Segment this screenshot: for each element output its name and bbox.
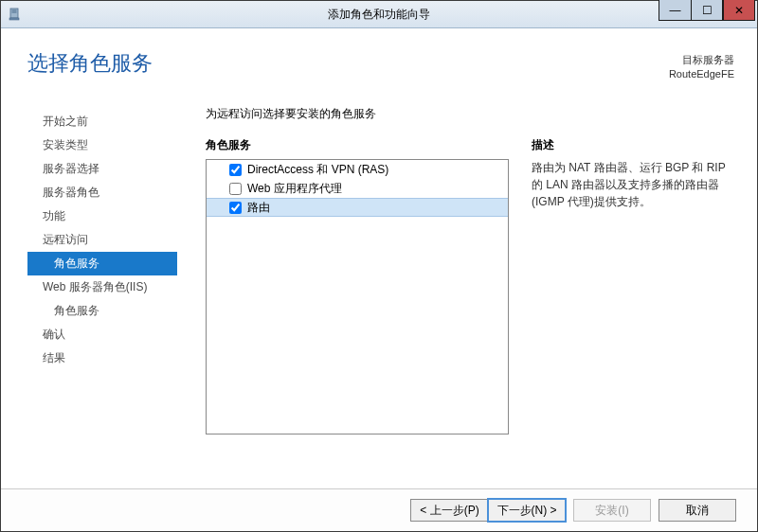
svg-rect-2: [12, 12, 17, 13]
nav-step[interactable]: Web 服务器角色(IIS): [27, 275, 177, 299]
nav-step[interactable]: 安装类型: [27, 133, 177, 157]
window-controls: — ☐ ✕: [659, 1, 757, 27]
previous-button[interactable]: < 上一步(P): [410, 499, 488, 522]
minimize-icon: —: [670, 5, 681, 16]
page-title: 选择角色服务: [27, 49, 153, 78]
nav-step[interactable]: 开始之前: [27, 110, 177, 133]
prev-next-group: < 上一步(P) 下一步(N) >: [410, 499, 566, 522]
role-service-checkbox[interactable]: [229, 164, 242, 176]
wizard-footer: < 上一步(P) 下一步(N) > 安装(I) 取消: [1, 488, 757, 531]
role-service-item[interactable]: DirectAccess 和 VPN (RAS): [207, 160, 508, 179]
role-service-label: DirectAccess 和 VPN (RAS): [247, 162, 388, 178]
target-server-name: RouteEdgeFE: [669, 67, 734, 81]
install-button: 安装(I): [573, 499, 651, 522]
role-services-column: 角色服务 DirectAccess 和 VPN (RAS)Web 应用程序代理路…: [206, 137, 509, 434]
nav-step[interactable]: 角色服务: [27, 299, 177, 323]
wizard-body: 选择角色服务 目标服务器 RouteEdgeFE 开始之前安装类型服务器选择服务…: [1, 28, 757, 488]
svg-rect-1: [12, 10, 17, 11]
description-column: 描述 路由为 NAT 路由器、运行 BGP 和 RIP 的 LAN 路由器以及支…: [532, 137, 734, 434]
nav-step[interactable]: 远程访问: [27, 228, 177, 252]
role-services-list[interactable]: DirectAccess 和 VPN (RAS)Web 应用程序代理路由: [206, 159, 509, 434]
role-services-header: 角色服务: [206, 137, 509, 153]
cancel-button[interactable]: 取消: [659, 499, 736, 522]
nav-step[interactable]: 服务器选择: [27, 157, 177, 181]
maximize-button[interactable]: ☐: [691, 0, 723, 21]
role-service-label: Web 应用程序代理: [247, 181, 342, 197]
description-text: 路由为 NAT 路由器、运行 BGP 和 RIP 的 LAN 路由器以及支持多播…: [532, 159, 734, 210]
close-icon: ✕: [734, 5, 744, 16]
wizard-step-nav: 开始之前安装类型服务器选择服务器角色功能远程访问角色服务Web 服务器角色(II…: [27, 110, 177, 370]
server-manager-icon: [7, 7, 22, 22]
nav-step[interactable]: 结果: [27, 346, 177, 370]
nav-step[interactable]: 角色服务: [27, 252, 177, 275]
target-server-info: 目标服务器 RouteEdgeFE: [669, 53, 734, 82]
description-header: 描述: [532, 137, 734, 153]
role-service-checkbox[interactable]: [229, 183, 242, 195]
main-content: 为远程访问选择要安装的角色服务 角色服务 DirectAccess 和 VPN …: [206, 106, 734, 435]
nav-step[interactable]: 功能: [27, 204, 177, 228]
role-service-item[interactable]: Web 应用程序代理: [207, 179, 508, 198]
role-service-item[interactable]: 路由: [207, 198, 508, 217]
window-title: 添加角色和功能向导: [1, 7, 757, 23]
content-columns: 角色服务 DirectAccess 和 VPN (RAS)Web 应用程序代理路…: [206, 137, 734, 434]
svg-rect-3: [9, 18, 19, 20]
next-button[interactable]: 下一步(N) >: [488, 499, 566, 522]
minimize-button[interactable]: —: [659, 0, 691, 21]
nav-step[interactable]: 服务器角色: [27, 181, 177, 204]
titlebar: 添加角色和功能向导 — ☐ ✕: [1, 1, 757, 28]
role-service-checkbox[interactable]: [229, 202, 242, 214]
close-button[interactable]: ✕: [723, 0, 755, 21]
nav-step[interactable]: 确认: [27, 323, 177, 346]
instruction-text: 为远程访问选择要安装的角色服务: [206, 106, 734, 122]
wizard-window: 添加角色和功能向导 — ☐ ✕ 选择角色服务 目标服务器 RouteEdgeFE…: [0, 0, 758, 532]
target-server-label: 目标服务器: [669, 53, 734, 67]
maximize-icon: ☐: [702, 5, 713, 16]
role-service-label: 路由: [247, 200, 270, 216]
